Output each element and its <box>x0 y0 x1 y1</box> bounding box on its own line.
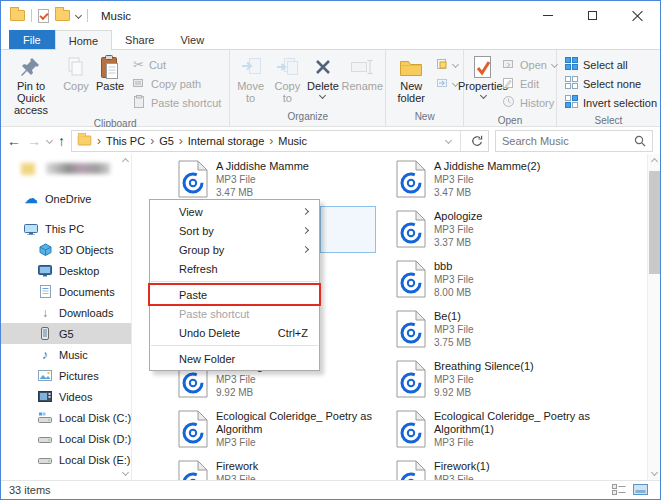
file-item[interactable]: Ecological Coleridge_ Poetry as Algorith… <box>178 408 396 458</box>
divider <box>87 9 88 22</box>
file-item[interactable]: Firework(1)MP3 File <box>396 458 614 480</box>
new-item-button[interactable] <box>436 56 458 73</box>
copy-button[interactable]: Copy <box>59 53 93 93</box>
context-menu-item-paste-shortcut[interactable]: Paste shortcut <box>150 304 319 323</box>
scroll-down-icon[interactable] <box>121 469 128 476</box>
context-menu-item-undo-delete[interactable]: Undo Delete Ctrl+Z <box>150 323 319 342</box>
up-button[interactable]: ↑ <box>58 134 65 148</box>
new-item-icon <box>436 58 448 72</box>
copy-path-button[interactable]: Copy path <box>133 75 221 92</box>
file-item[interactable]: FireworkMP3 File <box>178 458 396 480</box>
file-item[interactable]: ApologizeMP3 File3.37 MB <box>396 208 614 258</box>
context-menu-item-paste[interactable]: Paste <box>150 285 319 304</box>
sidebar-item-local-disk-e[interactable]: Local Disk (E:) <box>1 449 131 470</box>
edit-button[interactable]: Edit <box>502 75 557 92</box>
open-button[interactable]: Open <box>502 56 557 73</box>
sidebar-item-desktop[interactable]: Desktop <box>1 260 131 281</box>
mp3-file-icon <box>396 460 426 480</box>
move-to-button[interactable]: Move to <box>232 53 269 105</box>
sidebar-item-onedrive[interactable]: ☁ OneDrive <box>1 188 131 209</box>
file-item[interactable]: A Jiddishe Mamme(2)MP3 File3.47 MB <box>396 158 614 208</box>
copy-to-button[interactable]: Copy to <box>269 53 306 105</box>
ribbon-group-new: New folder New <box>385 50 463 126</box>
context-menu-item-refresh[interactable]: Refresh <box>150 259 319 278</box>
breadcrumb[interactable]: › This PC › G5 › Internal storage › Musi… <box>71 130 489 152</box>
pin-to-quick-access-button[interactable]: Pin to Quick access <box>3 53 59 117</box>
scrollbar-thumb[interactable] <box>649 171 660 274</box>
refresh-button[interactable] <box>466 135 488 147</box>
scroll-up-icon[interactable] <box>650 158 657 165</box>
context-menu-item-sort-by[interactable]: Sort by <box>150 221 319 240</box>
tab-share[interactable]: Share <box>112 30 167 49</box>
forward-button[interactable]: → <box>27 134 41 148</box>
sidebar-item-network[interactable]: Network <box>1 479 131 480</box>
breadcrumb-segment-music[interactable]: Music <box>278 135 307 147</box>
recent-locations-chevron-icon[interactable] <box>46 137 53 144</box>
sidebar-item-3d-objects[interactable]: 3D Objects <box>1 239 131 260</box>
search-box[interactable] <box>495 130 653 152</box>
new-folder-button[interactable]: New folder <box>388 53 434 105</box>
sidebar-item-documents[interactable]: Documents <box>1 281 131 302</box>
context-menu-item-view[interactable]: View <box>150 202 319 221</box>
cut-button[interactable]: ✂ Cut <box>133 56 221 73</box>
invert-selection-button[interactable]: Invert selection <box>565 94 657 111</box>
sidebar-item-videos[interactable]: Videos <box>1 386 131 407</box>
address-dropdown-chevron-icon[interactable] <box>445 137 452 144</box>
select-all-button[interactable]: Select all <box>565 56 657 73</box>
minimize-button[interactable] <box>525 1 570 30</box>
titlebar: Music <box>1 1 660 30</box>
sidebar-item-this-pc[interactable]: This PC <box>1 218 131 239</box>
file-size: 9.92 MB <box>434 386 602 399</box>
sidebar-scrollbar[interactable] <box>119 154 131 480</box>
delete-button[interactable]: Delete <box>306 53 341 99</box>
sidebar-item-label: 3D Objects <box>59 244 113 256</box>
tab-file[interactable]: File <box>9 30 55 49</box>
file-item[interactable]: Breathing Silence(1)MP3 File9.92 MB <box>396 358 614 408</box>
file-list-area[interactable]: A Jiddishe MammeMP3 File3.47 MB Breathin… <box>132 154 660 480</box>
context-menu-item-new-folder[interactable]: New Folder <box>150 349 319 368</box>
easy-access-button[interactable] <box>436 75 458 92</box>
sidebar-item-pictures[interactable]: Pictures <box>1 365 131 386</box>
file-item[interactable]: bbbMP3 File8.00 MB <box>396 258 614 308</box>
select-none-button[interactable]: Select none <box>565 75 657 92</box>
paste-label: Paste <box>96 80 124 92</box>
back-button[interactable]: ← <box>7 134 21 148</box>
tab-home[interactable]: Home <box>55 30 112 50</box>
paste-button[interactable]: Paste <box>93 53 127 93</box>
new-folder-label: New folder <box>390 80 432 104</box>
sidebar-item-redacted[interactable] <box>1 158 131 179</box>
breadcrumb-segment-g5[interactable]: G5 <box>159 135 174 147</box>
breadcrumb-segment-internal-storage[interactable]: Internal storage <box>188 135 264 147</box>
sidebar-item-local-disk-c[interactable]: Local Disk (C:) <box>1 407 131 428</box>
sidebar-item-local-disk-d[interactable]: Local Disk (D:) <box>1 428 131 449</box>
sidebar-item-g5[interactable]: G5 <box>1 323 131 344</box>
tab-view[interactable]: View <box>167 30 217 49</box>
file-list-scrollbar[interactable] <box>647 154 660 480</box>
select-group-label: Select <box>557 114 660 128</box>
desktop-icon <box>38 265 52 277</box>
breadcrumb-segment-this-pc[interactable]: This PC <box>106 135 145 147</box>
new-folder-qat-icon[interactable] <box>55 10 70 21</box>
scroll-down-icon[interactable] <box>650 469 657 476</box>
context-menu-item-group-by[interactable]: Group by <box>150 240 319 259</box>
properties-button[interactable]: Properties <box>466 53 500 99</box>
paste-shortcut-button[interactable]: Paste shortcut <box>133 94 221 111</box>
file-item[interactable]: Ecological Coleridge_ Poetry as Algorith… <box>396 408 614 458</box>
delete-label: Delete <box>307 80 339 92</box>
qat-customize-chevron-icon[interactable] <box>75 12 82 19</box>
properties-check-icon[interactable] <box>38 9 49 23</box>
maximize-button[interactable] <box>570 1 615 30</box>
details-view-button[interactable] <box>612 484 626 497</box>
maximize-icon <box>588 11 597 20</box>
organize-group-label: Organize <box>230 110 385 126</box>
close-button[interactable] <box>615 1 660 30</box>
file-item[interactable]: Be(1)MP3 File3.75 MB <box>396 308 614 358</box>
large-icons-view-button[interactable] <box>633 484 648 497</box>
search-input[interactable] <box>502 135 634 147</box>
rename-button[interactable]: Rename <box>340 53 384 93</box>
sidebar-item-downloads[interactable]: ↓ Downloads <box>1 302 131 323</box>
history-button[interactable]: History <box>502 94 557 111</box>
scroll-up-icon[interactable] <box>121 158 128 165</box>
sidebar-item-music[interactable]: ♪ Music <box>1 344 131 365</box>
file-name: Breathing Silence(1) <box>434 360 602 373</box>
